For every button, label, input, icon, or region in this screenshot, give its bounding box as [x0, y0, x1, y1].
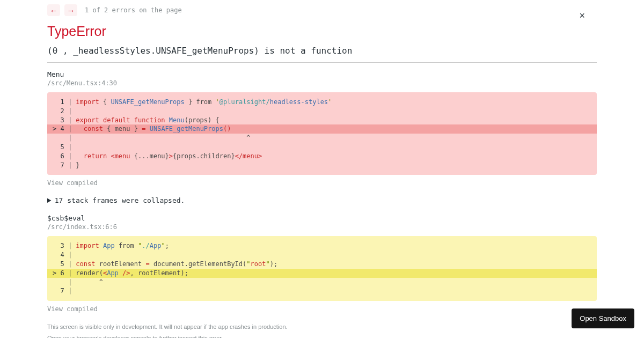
view-compiled-link[interactable]: View compiled	[47, 305, 597, 313]
code-frame: 1 | import { UNSAFE_getMenuProps } from …	[47, 92, 597, 175]
collapsed-frames-toggle[interactable]: 17 stack frames were collapsed.	[47, 196, 597, 204]
prev-error-button[interactable]: ←	[47, 4, 60, 16]
error-pager-text: 1 of 2 errors on the page	[85, 6, 182, 14]
footer-line: This screen is visible only in developme…	[47, 322, 597, 332]
next-error-button[interactable]: →	[64, 4, 77, 16]
divider	[47, 62, 597, 63]
close-icon[interactable]: ×	[579, 11, 585, 20]
footer-line: Open your browser's developer console to…	[47, 334, 597, 338]
footer-notes: This screen is visible only in developme…	[47, 322, 597, 338]
stack-frame-location[interactable]: /src/Menu.tsx:4:30	[47, 79, 597, 87]
stack-frame-function: Menu	[47, 70, 597, 78]
stack-frame-function: $csb$eval	[47, 214, 597, 222]
open-sandbox-button[interactable]: Open Sandbox	[572, 308, 634, 328]
stack-frame-location[interactable]: /src/index.tsx:6:6	[47, 223, 597, 231]
error-message: (0 , _headlessStyles.UNSAFE_getMenuProps…	[47, 46, 597, 56]
code-frame: 3 | import App from "./App"; 4 | 5 | con…	[47, 236, 597, 301]
error-type-heading: TypeError	[47, 24, 597, 39]
collapsed-frames-summary[interactable]: 17 stack frames were collapsed.	[47, 196, 597, 204]
view-compiled-link[interactable]: View compiled	[47, 179, 597, 187]
